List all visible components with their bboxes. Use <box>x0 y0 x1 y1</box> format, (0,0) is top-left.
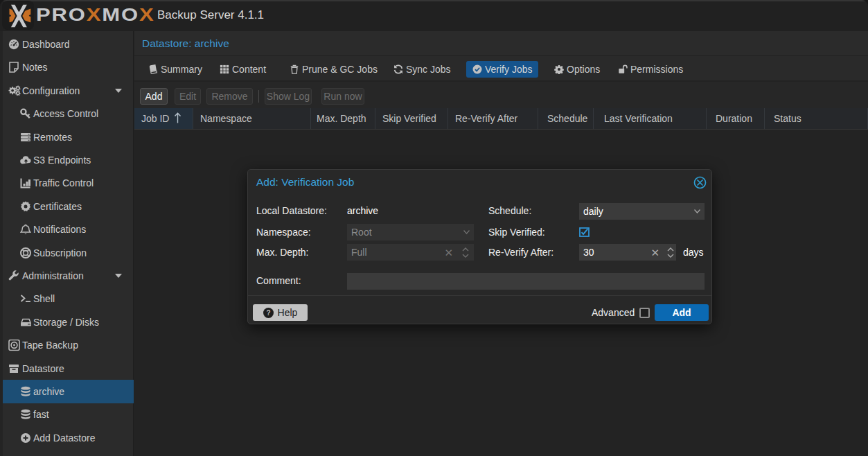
svg-text:?: ? <box>266 309 270 317</box>
